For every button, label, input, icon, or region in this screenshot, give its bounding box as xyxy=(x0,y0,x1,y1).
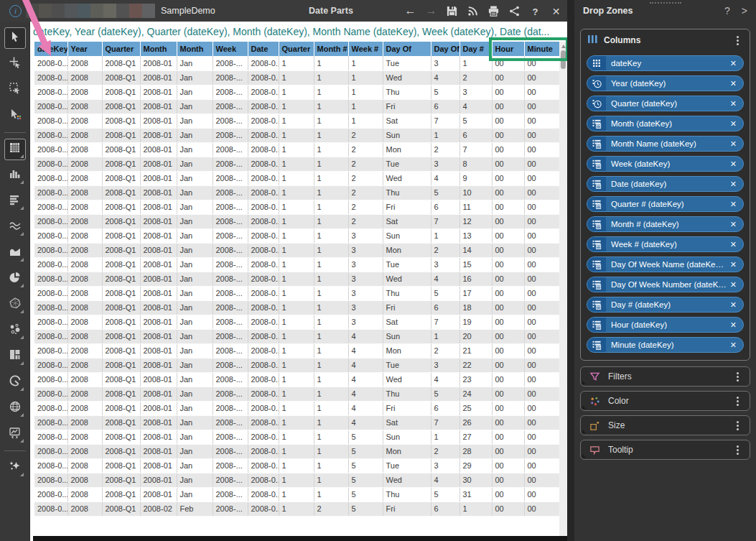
table-row[interactable]: 2008-0...20082008-Q12008-01Jan2008-...20… xyxy=(34,142,559,157)
zone-size[interactable]: Size xyxy=(580,415,750,435)
column-header[interactable]: Week xyxy=(213,42,248,56)
marquee-select-tool[interactable] xyxy=(4,79,26,101)
save-button[interactable] xyxy=(445,4,459,18)
column-header[interactable]: Day # xyxy=(459,42,492,56)
print-button[interactable] xyxy=(487,4,500,18)
zone-menu-button[interactable] xyxy=(732,371,742,382)
column-pill[interactable]: Minute (dateKey) ✕ xyxy=(587,337,744,353)
column-header[interactable]: Month xyxy=(140,42,177,56)
table-row[interactable]: 2008-0...20082008-Q12008-01Jan2008-...20… xyxy=(34,473,559,487)
column-header[interactable]: Day Of xyxy=(383,42,431,56)
zone-tooltip[interactable]: Tooltip xyxy=(580,440,750,460)
treemap-tool[interactable] xyxy=(4,346,26,367)
column-header[interactable]: Quarter xyxy=(102,42,140,56)
remove-column-button[interactable]: ✕ xyxy=(727,240,743,249)
table-row[interactable]: 2008-0...20082008-Q12008-01Jan2008-...20… xyxy=(34,444,559,458)
column-header[interactable]: Week # xyxy=(348,42,383,56)
panel-help-icon[interactable]: ? xyxy=(724,5,730,17)
remove-column-button[interactable]: ✕ xyxy=(727,59,743,68)
column-pill[interactable]: Week (dateKey) ✕ xyxy=(587,156,744,172)
table-row[interactable]: 2008-0...20082008-Q12008-01Jan2008-...20… xyxy=(34,85,559,99)
column-header[interactable]: Month # xyxy=(314,42,348,56)
table-row[interactable]: 2008-0...20082008-Q12008-01Jan2008-...20… xyxy=(34,458,559,473)
panel-collapse-icon[interactable]: > xyxy=(742,5,747,17)
column-pill[interactable]: Year (dateKey) ✕ xyxy=(587,75,744,91)
table-row[interactable]: 2008-0...20082008-Q12008-01Jan2008-...20… xyxy=(34,300,559,315)
table-row[interactable]: 2008-0...20082008-Q12008-01Jan2008-...20… xyxy=(34,315,559,329)
columns-zone-header[interactable]: Columns xyxy=(581,29,750,51)
remove-column-button[interactable]: ✕ xyxy=(727,99,743,108)
table-row[interactable]: 2008-0...20082008-Q12008-01Jan2008-...20… xyxy=(34,257,559,272)
select-tool[interactable] xyxy=(4,27,26,49)
table-row[interactable]: 2008-0...20082008-Q12008-01Jan2008-...20… xyxy=(34,243,559,257)
column-pill[interactable]: Day # (dateKey) ✕ xyxy=(587,297,744,313)
column-header[interactable]: dateKey xyxy=(34,42,67,56)
area-chart-tool[interactable] xyxy=(4,242,26,264)
column-pill[interactable]: Month # (dateKey) ✕ xyxy=(587,216,744,232)
remove-column-button[interactable]: ✕ xyxy=(727,341,743,350)
remove-column-button[interactable]: ✕ xyxy=(727,260,743,269)
remove-column-button[interactable]: ✕ xyxy=(727,220,743,229)
remove-column-button[interactable]: ✕ xyxy=(727,280,743,290)
column-header[interactable]: Day Of xyxy=(431,42,459,56)
table-row[interactable]: 2008-0...20082008-Q12008-01Jan2008-...20… xyxy=(34,286,559,300)
column-pill[interactable]: Week # (dateKey) ✕ xyxy=(587,236,744,252)
table-row[interactable]: 2008-0...20082008-Q12008-01Jan2008-...20… xyxy=(34,114,559,128)
close-button[interactable]: ✕ xyxy=(549,4,563,18)
table-row[interactable]: 2008-0...20082008-Q12008-01Jan2008-...20… xyxy=(34,200,559,214)
gauge-tool[interactable] xyxy=(4,371,26,393)
back-button[interactable]: ← xyxy=(403,4,417,18)
table-row[interactable]: 2008-0...20082008-Q12008-01Jan2008-...20… xyxy=(34,56,559,70)
pie-chart-tool[interactable] xyxy=(4,268,26,290)
table-row[interactable]: 2008-0...20082008-Q12008-01Jan2008-...20… xyxy=(34,171,559,185)
column-pill[interactable]: Quarter # (dateKey) ✕ xyxy=(587,196,744,212)
table-row[interactable]: 2008-0...20082008-Q12008-01Jan2008-...20… xyxy=(34,387,559,401)
data-point-select-tool[interactable] xyxy=(4,105,26,126)
remove-column-button[interactable]: ✕ xyxy=(727,200,743,209)
info-icon[interactable]: i xyxy=(9,5,22,17)
line-chart-tool[interactable] xyxy=(4,216,26,238)
forward-button[interactable]: → xyxy=(424,4,438,18)
table-row[interactable]: 2008-0...20082008-Q12008-01Jan2008-...20… xyxy=(34,358,559,372)
remove-column-button[interactable]: ✕ xyxy=(727,139,743,149)
remove-column-button[interactable]: ✕ xyxy=(727,320,743,330)
table-row[interactable]: 2008-0...20082008-Q12008-01Jan2008-...20… xyxy=(34,372,559,387)
table-row[interactable]: 2008-0...20082008-Q12008-01Jan2008-...20… xyxy=(34,329,559,343)
radar-chart-tool[interactable] xyxy=(4,294,26,315)
column-pill[interactable]: Month (dateKey) ✕ xyxy=(587,116,744,131)
help-button[interactable]: ? xyxy=(528,4,542,18)
table-row[interactable]: 2008-0...20082008-Q12008-02Feb2008-...20… xyxy=(34,501,559,516)
panel-grip[interactable] xyxy=(650,2,681,4)
ai-suggestions-tool[interactable] xyxy=(4,457,26,478)
column-header[interactable]: Year xyxy=(67,42,102,56)
vertical-scrollbar[interactable] xyxy=(559,42,567,536)
table-row[interactable]: 2008-0...20082008-Q12008-01Jan2008-...20… xyxy=(34,430,559,444)
remove-column-button[interactable]: ✕ xyxy=(727,300,743,310)
column-pill[interactable]: Date (dateKey) ✕ xyxy=(587,176,744,192)
table-row[interactable]: 2008-0...20082008-Q12008-01Jan2008-...20… xyxy=(34,214,559,228)
table-row[interactable]: 2008-0...20082008-Q12008-01Jan2008-...20… xyxy=(34,185,559,200)
map-tool[interactable] xyxy=(4,397,26,419)
zone-menu-button[interactable] xyxy=(732,420,742,431)
horizontal-bar-chart-tool[interactable] xyxy=(4,190,26,212)
table-row[interactable]: 2008-0...20082008-Q12008-01Jan2008-...20… xyxy=(34,228,559,243)
column-header[interactable]: Quarter xyxy=(279,42,314,56)
table-row[interactable]: 2008-0...20082008-Q12008-01Jan2008-...20… xyxy=(34,272,559,286)
column-pill[interactable]: dateKey ✕ xyxy=(587,55,744,71)
table-view-tool[interactable] xyxy=(4,139,26,160)
custom-visual-tool[interactable] xyxy=(4,423,26,445)
table-row[interactable]: 2008-0...20082008-Q12008-01Jan2008-...20… xyxy=(34,70,559,85)
share-button[interactable] xyxy=(508,4,521,18)
zone-filters[interactable]: Filters xyxy=(580,366,750,387)
table-row[interactable]: 2008-0...20082008-Q12008-01Jan2008-...20… xyxy=(34,128,559,142)
column-pill[interactable]: Hour (dateKey) ✕ xyxy=(587,317,744,333)
table-row[interactable]: 2008-0...20082008-Q12008-01Jan2008-...20… xyxy=(34,157,559,171)
column-header[interactable]: Month xyxy=(177,42,213,56)
scatter-plot-tool[interactable] xyxy=(4,320,26,341)
zone-menu-button[interactable] xyxy=(732,444,742,456)
table-row[interactable]: 2008-0...20082008-Q12008-01Jan2008-...20… xyxy=(34,401,559,415)
column-pill[interactable]: Day Of Week Name (dateKey) ... ✕ xyxy=(587,256,744,272)
table-row[interactable]: 2008-0...20082008-Q12008-01Jan2008-...20… xyxy=(34,415,559,430)
crosshair-select-tool[interactable] xyxy=(4,53,26,75)
streaming-data-button[interactable] xyxy=(466,4,480,18)
